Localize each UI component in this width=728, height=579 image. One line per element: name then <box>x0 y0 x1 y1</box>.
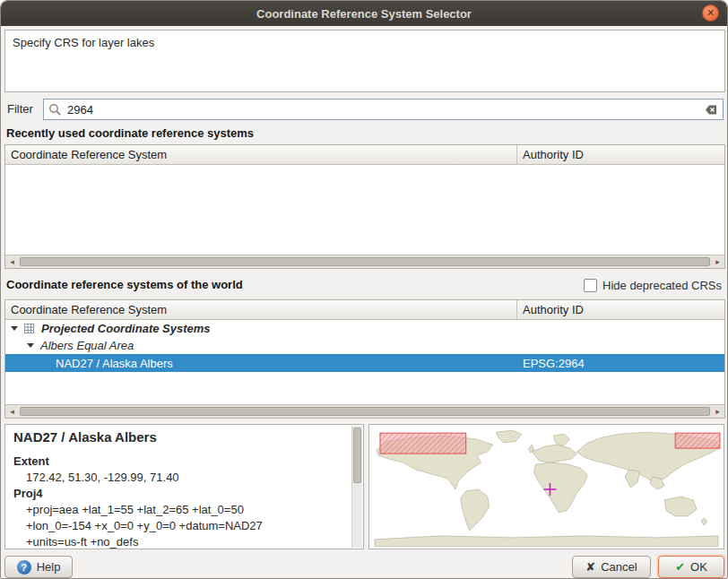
proj4-line: +proj=aea +lat_1=55 +lat_2=65 +lat_0=50 <box>13 502 345 518</box>
tree-label: NAD27 / Alaska Albers <box>56 357 173 370</box>
cancel-button[interactable]: ✘ Cancel <box>572 556 651 578</box>
scroll-thumb[interactable] <box>353 428 361 483</box>
filter-label: Filter <box>7 99 33 120</box>
scroll-right-icon[interactable]: ▸ <box>711 405 724 418</box>
close-icon[interactable]: ✕ <box>702 4 719 22</box>
world-table-body: Projected Coordinate Systems Albers Equa… <box>5 320 724 400</box>
crs-message-box: Specify CRS for layer lakes <box>4 30 725 92</box>
crs-selector-dialog: Coordinate Reference System Selector ✕ S… <box>0 0 728 579</box>
scroll-left-icon[interactable]: ◂ <box>5 405 19 418</box>
hide-deprecated-checkbox[interactable] <box>584 279 597 292</box>
crs-extent-map-preview <box>368 424 724 549</box>
crs-details-title: NAD27 / Alaska Albers <box>13 429 345 445</box>
world-map <box>369 425 724 549</box>
world-crs-table: Coordinate Reference System Authority ID… <box>4 299 725 419</box>
hide-deprecated-label: Hide deprecated CRSs <box>602 279 722 292</box>
titlebar: Coordinate Reference System Selector ✕ <box>1 1 727 26</box>
authority-id: EPSG:2964 <box>523 357 585 370</box>
check-icon: ✔ <box>675 560 685 574</box>
recent-col-authority[interactable]: Authority ID <box>517 145 724 164</box>
cancel-button-label: Cancel <box>601 560 637 574</box>
tree-row-albers[interactable]: Albers Equal Area <box>5 337 724 354</box>
scroll-thumb[interactable] <box>20 257 710 266</box>
tree-row-projected[interactable]: Projected Coordinate Systems <box>5 320 724 337</box>
scroll-left-icon[interactable]: ◂ <box>5 255 19 268</box>
help-button-label: Help <box>37 560 61 574</box>
recent-table-body <box>5 165 724 250</box>
grid-icon <box>23 323 35 334</box>
ok-button[interactable]: ✔ OK <box>658 556 724 578</box>
help-icon: ? <box>17 560 31 575</box>
cancel-icon: ✘ <box>585 560 595 574</box>
proj4-label: Proj4 <box>13 486 345 502</box>
world-col-authority[interactable]: Authority ID <box>517 300 724 319</box>
world-heading: Coordinate reference systems of the worl… <box>6 278 243 291</box>
tree-row-nad27-selected[interactable]: NAD27 / Alaska Albers EPSG:2964 <box>5 354 724 372</box>
window-title: Coordinate Reference System Selector <box>256 7 472 21</box>
search-icon <box>48 103 62 117</box>
proj4-line: +units=us-ft +no_defs <box>13 534 345 549</box>
recent-col-crs[interactable]: Coordinate Reference System <box>5 145 517 164</box>
recent-h-scrollbar[interactable]: ◂ ▸ <box>5 255 724 268</box>
details-v-scrollbar[interactable] <box>351 426 362 548</box>
recent-crs-table: Coordinate Reference System Authority ID… <box>4 144 725 269</box>
clear-filter-icon[interactable] <box>701 103 718 117</box>
recent-heading: Recently used coordinate reference syste… <box>6 126 254 140</box>
scroll-thumb[interactable] <box>20 407 710 416</box>
world-h-scrollbar[interactable]: ◂ ▸ <box>5 404 724 418</box>
proj4-line: +lon_0=-154 +x_0=0 +y_0=0 +datum=NAD27 <box>13 518 345 534</box>
hide-deprecated-option[interactable]: Hide deprecated CRSs <box>584 277 722 293</box>
recent-table-header: Coordinate Reference System Authority ID <box>5 145 724 165</box>
world-col-crs[interactable]: Coordinate Reference System <box>5 300 517 319</box>
filter-field[interactable] <box>43 99 724 120</box>
ok-button-label: OK <box>690 560 707 574</box>
extent-label: Extent <box>13 454 345 470</box>
help-button[interactable]: ? Help <box>4 556 73 578</box>
expand-arrow-icon[interactable] <box>11 326 18 331</box>
filter-input[interactable] <box>67 103 701 117</box>
world-table-header: Coordinate Reference System Authority ID <box>5 300 724 320</box>
expand-arrow-icon[interactable] <box>27 343 34 348</box>
tree-label: Albers Equal Area <box>40 339 134 352</box>
scroll-right-icon[interactable]: ▸ <box>711 255 724 268</box>
tree-label: Projected Coordinate Systems <box>41 322 211 335</box>
crs-details-panel: NAD27 / Alaska Albers Extent 172.42, 51.… <box>4 424 364 549</box>
crs-message-text: Specify CRS for layer lakes <box>13 36 154 49</box>
extent-value: 172.42, 51.30, -129.99, 71.40 <box>13 470 345 486</box>
